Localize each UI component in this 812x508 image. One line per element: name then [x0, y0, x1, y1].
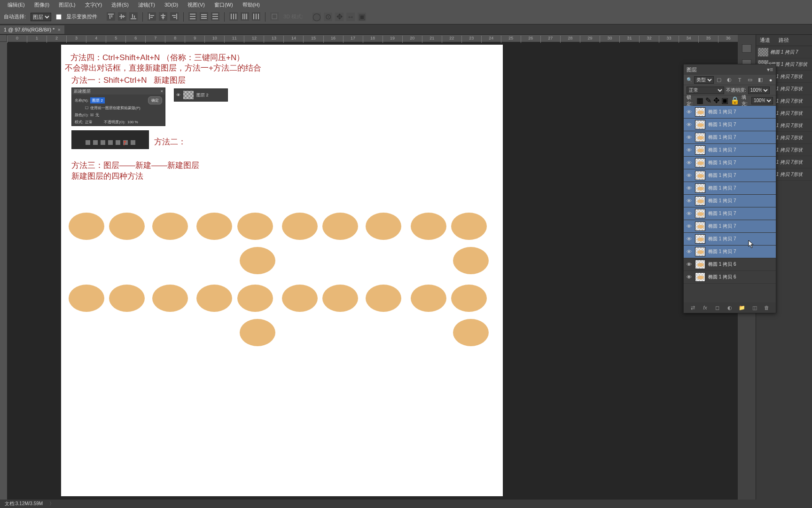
- layer-thumbnail[interactable]: [695, 260, 705, 269]
- fx-icon[interactable]: fx: [702, 304, 708, 311]
- ellipse-shape[interactable]: [451, 285, 487, 312]
- visibility-icon[interactable]: 👁: [686, 274, 692, 280]
- layer-thumbnail[interactable]: [695, 209, 705, 218]
- layer-name[interactable]: 椭圆 1 拷贝 7: [708, 236, 736, 242]
- visibility-icon[interactable]: 👁: [686, 236, 692, 242]
- filter-pixel-icon[interactable]: ▢: [716, 77, 722, 83]
- layer-name[interactable]: 椭圆 1 拷贝 7: [708, 109, 736, 115]
- layer-name[interactable]: 椭圆 1 拷贝 7: [708, 210, 736, 217]
- distribute-vcenter-icon[interactable]: [200, 12, 208, 21]
- ellipse-shape[interactable]: [237, 213, 273, 240]
- menu-3d[interactable]: 3D(D): [161, 1, 182, 8]
- ellipse-shape[interactable]: [240, 247, 275, 274]
- layer-name[interactable]: 椭圆 1 拷贝 7: [708, 198, 736, 204]
- layer-row[interactable]: 👁 椭圆 1 拷贝 7: [684, 246, 776, 258]
- layer-name[interactable]: 椭圆 1 拷贝 6: [708, 261, 736, 268]
- align-bottom-icon[interactable]: [129, 12, 138, 21]
- layer-name[interactable]: 椭圆 1 拷贝 7: [708, 134, 736, 141]
- filter-adjust-icon[interactable]: ◐: [726, 77, 733, 83]
- menu-select[interactable]: 选择(S): [108, 0, 133, 9]
- visibility-icon[interactable]: 👁: [686, 185, 692, 191]
- lock-pixels-icon[interactable]: ▦: [696, 96, 703, 105]
- mask-icon[interactable]: ◻: [714, 304, 721, 311]
- layer-row[interactable]: 👁 椭圆 1 拷贝 7: [684, 119, 776, 131]
- layer-thumbnail[interactable]: [695, 222, 705, 231]
- visibility-icon[interactable]: 👁: [686, 147, 692, 153]
- visibility-icon[interactable]: 👁: [686, 248, 692, 255]
- bg-layer-row[interactable]: 椭圆 1 拷贝 7: [756, 46, 812, 58]
- menu-view[interactable]: 视图(V): [184, 0, 209, 9]
- layer-row[interactable]: 👁 椭圆 1 拷贝 7: [684, 207, 776, 220]
- link-layers-icon[interactable]: ⇄: [689, 304, 696, 311]
- layer-name[interactable]: 椭圆 1 拷贝 7: [708, 185, 736, 191]
- layer-name[interactable]: 椭圆 1 拷贝 6: [708, 274, 736, 280]
- close-icon[interactable]: ×: [57, 27, 60, 32]
- layer-thumbnail[interactable]: [695, 234, 705, 244]
- status-menu-icon[interactable]: 〉: [49, 500, 54, 507]
- fill-dropdown[interactable]: 100%: [751, 97, 773, 104]
- layer-row[interactable]: 👁 椭圆 1 拷贝 7: [684, 157, 776, 169]
- visibility-icon[interactable]: 👁: [686, 159, 692, 166]
- distribute-hcenter-icon[interactable]: [241, 12, 249, 21]
- visibility-icon[interactable]: 👁: [686, 261, 692, 268]
- autoselect-dropdown[interactable]: 图层: [31, 13, 51, 21]
- align-right-icon[interactable]: [170, 12, 179, 21]
- layers-panel[interactable]: ◄◄× 图层 ▾≡ 🔍 类型 ▢ ◐ T ▭ ◧ ● 正常 不透明度: 100%…: [683, 64, 776, 313]
- filter-type-icon[interactable]: T: [736, 77, 743, 83]
- layer-name[interactable]: 椭圆 1 拷贝 7: [708, 223, 736, 230]
- layer-row[interactable]: 👁 椭圆 1 拷贝 7: [684, 182, 776, 195]
- layer-thumbnail[interactable]: [695, 133, 705, 142]
- ellipse-shape[interactable]: [69, 213, 104, 240]
- ellipse-shape[interactable]: [453, 247, 489, 274]
- ellipse-shape[interactable]: [109, 285, 145, 312]
- layer-thumbnail[interactable]: [695, 120, 705, 129]
- ellipse-shape[interactable]: [237, 285, 273, 312]
- ellipse-shape[interactable]: [152, 285, 188, 312]
- ellipse-shape[interactable]: [282, 213, 318, 240]
- ellipse-shape[interactable]: [196, 213, 232, 240]
- lock-all-icon[interactable]: 🔒: [730, 96, 740, 105]
- canvas[interactable]: 方法四：Ctrl+Shift+Alt+N （俗称：三键同压+N） 不会弹出对话框…: [61, 45, 503, 496]
- layer-name[interactable]: 椭圆 1 拷贝 7: [708, 121, 736, 128]
- visibility-icon[interactable]: 👁: [686, 121, 692, 128]
- visibility-icon[interactable]: 👁: [686, 210, 692, 217]
- tab-paths[interactable]: 路径: [775, 37, 793, 44]
- ellipse-shape[interactable]: [411, 213, 446, 240]
- distribute-bottom-icon[interactable]: [211, 12, 219, 21]
- layer-thumbnail[interactable]: [695, 196, 705, 206]
- panel-menu-icon[interactable]: ▾≡: [767, 66, 773, 73]
- layer-name[interactable]: 椭圆 1 拷贝 7: [708, 248, 736, 255]
- auto-align-icon[interactable]: [270, 12, 279, 21]
- layer-name[interactable]: 椭圆 1 拷贝 7: [708, 172, 736, 179]
- menu-filter[interactable]: 滤镜(T): [134, 0, 159, 9]
- layer-row[interactable]: 👁 椭圆 1 拷贝 7: [684, 220, 776, 233]
- ellipse-shape[interactable]: [240, 319, 275, 346]
- menu-layer[interactable]: 图层(L): [55, 0, 79, 9]
- distribute-right-icon[interactable]: [252, 12, 260, 21]
- visibility-icon[interactable]: 👁: [686, 109, 692, 115]
- ellipse-shape[interactable]: [282, 285, 318, 312]
- visibility-icon[interactable]: 👁: [686, 198, 692, 204]
- distribute-top-icon[interactable]: [188, 12, 197, 21]
- show-transform-checkbox[interactable]: [56, 14, 62, 20]
- layer-row[interactable]: 👁 椭圆 1 拷贝 7: [684, 195, 776, 207]
- layer-name[interactable]: 椭圆 1 拷贝 7: [708, 147, 736, 153]
- ellipse-shape[interactable]: [366, 285, 401, 312]
- lock-move-icon[interactable]: ✥: [713, 96, 719, 105]
- filter-type-dropdown[interactable]: 类型: [694, 76, 714, 84]
- align-top-icon[interactable]: [107, 12, 115, 21]
- menu-edit[interactable]: 编辑(E): [4, 0, 29, 9]
- distribute-left-icon[interactable]: [229, 12, 238, 21]
- filter-shape-icon[interactable]: ▭: [747, 77, 753, 83]
- ellipse-shape[interactable]: [109, 213, 145, 240]
- ellipse-shape[interactable]: [196, 285, 232, 312]
- group-icon[interactable]: 📁: [739, 304, 745, 311]
- close-panel-icon[interactable]: ×: [773, 61, 776, 65]
- visibility-icon[interactable]: 👁: [686, 134, 692, 141]
- layer-row[interactable]: 👁 椭圆 1 拷贝 7: [684, 144, 776, 157]
- layer-thumbnail[interactable]: [695, 158, 705, 167]
- layer-row[interactable]: 👁 椭圆 1 拷贝 7: [684, 233, 776, 246]
- layer-row[interactable]: 👁 椭圆 1 拷贝 7: [684, 106, 776, 119]
- menu-window[interactable]: 窗口(W): [211, 0, 237, 9]
- canvas-viewport[interactable]: 方法四：Ctrl+Shift+Alt+N （俗称：三键同压+N） 不会弹出对话框…: [7, 42, 738, 500]
